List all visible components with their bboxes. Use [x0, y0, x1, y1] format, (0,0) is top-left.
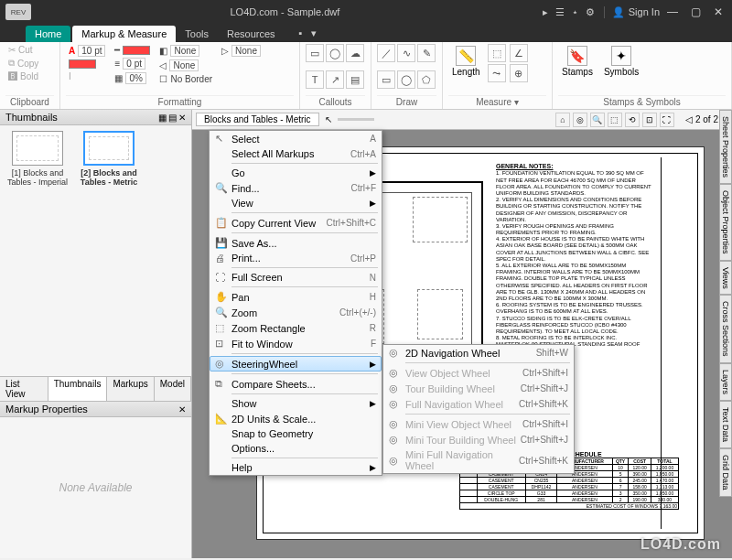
prev-page-icon[interactable]: ◁ [685, 114, 693, 124]
menu-item[interactable]: View▶ [210, 196, 382, 210]
draw-polygon-icon[interactable]: ⬠ [417, 70, 436, 89]
draw-ellipse-icon[interactable]: ◯ [397, 70, 415, 89]
panel-icon[interactable]: ▤ [168, 113, 177, 123]
menu-item-label: Snap to Geometry [231, 428, 376, 439]
tab-tools[interactable]: Tools [176, 26, 218, 42]
symbols-icon: ✦ [611, 46, 631, 66]
draw-polyline-icon[interactable]: ∿ [397, 44, 415, 62]
menu-item[interactable]: Select All MarkupsCtrl+A [210, 146, 382, 161]
close-button[interactable]: ✕ [714, 5, 723, 18]
panel-close-icon[interactable]: ✕ [178, 404, 186, 415]
menu-item[interactable]: 🖨Print...Ctrl+P [210, 251, 382, 265]
menu-item[interactable]: Snap to Geometry [210, 426, 382, 441]
italic-button[interactable]: I [66, 70, 108, 82]
menu-item[interactable]: ⧉Compare Sheets... [210, 376, 382, 392]
tab-thumbnails[interactable]: Thumbnails [48, 377, 108, 401]
callout-text-icon[interactable]: T [306, 70, 324, 89]
menu-item[interactable]: Options... [210, 441, 382, 456]
measure-angle-icon[interactable]: ∠ [510, 44, 528, 62]
minimize-button[interactable]: — [667, 5, 678, 18]
copy-button[interactable]: ⧉Copy [5, 57, 41, 70]
qa-icon[interactable]: ⚙ [586, 6, 595, 18]
maximize-button[interactable]: ▢ [691, 5, 701, 18]
bold-button[interactable]: 🅱Bold [5, 70, 41, 82]
draw-line-icon[interactable]: ／ [377, 44, 395, 62]
side-tab[interactable]: Text Data [719, 401, 732, 448]
menu-item[interactable]: Help▶ [210, 460, 382, 475]
tab-model[interactable]: Model [155, 377, 191, 401]
thumbnail-2[interactable]: [2] Blocks and Tables - Metric [77, 131, 141, 230]
extra-icon[interactable]: ▪ [299, 27, 303, 39]
tab-list-view[interactable]: List View [0, 377, 48, 401]
line-color-swatch[interactable] [123, 46, 150, 55]
nav-wheel-icon[interactable]: ◎ [573, 113, 587, 127]
slider[interactable] [338, 118, 374, 121]
side-tab[interactable]: Views [719, 261, 732, 296]
thumbnail-1[interactable]: [1] Blocks and Tables - Imperial [5, 131, 70, 230]
cut-button[interactable]: ✂Cut [5, 44, 41, 56]
qa-icon[interactable]: ▸ [543, 6, 548, 18]
cursor-icon[interactable]: ↖ [325, 114, 332, 124]
panel-close-icon[interactable]: ✕ [178, 113, 186, 123]
line-weight-dropdown[interactable]: 0 pt [123, 58, 145, 70]
stamps-button[interactable]: 🔖 Stamps [558, 44, 597, 95]
side-tab[interactable]: Cross Sections [719, 295, 732, 363]
menu-item[interactable]: 📐2D Units & Scale... [210, 411, 382, 426]
table-cell: 120.00 [629, 465, 651, 471]
table-cell: 158.00 [629, 484, 651, 490]
panel-icon[interactable]: ▦ [158, 113, 167, 123]
side-tab[interactable]: Sheet Properties [719, 110, 732, 184]
callout-oval-icon[interactable]: ◯ [326, 44, 344, 62]
qa-icon[interactable]: ☰ [555, 6, 565, 18]
home-icon[interactable]: ⌂ [555, 113, 570, 127]
length-button[interactable]: 📏 Length [448, 44, 484, 95]
menu-item[interactable]: ◎2D Navigation WheelShift+W [383, 345, 574, 361]
side-tab[interactable]: Object Properties [719, 184, 732, 261]
tab-markup-measure[interactable]: Markup & Measure [72, 26, 176, 42]
draw-freehand-icon[interactable]: ✎ [417, 44, 436, 62]
menu-item[interactable]: Go▶ [210, 166, 382, 180]
menu-item[interactable]: 🔍ZoomCtrl+(+/-) [210, 305, 382, 320]
menu-item[interactable]: ◎SteeringWheel▶ [210, 356, 382, 372]
menu-item[interactable]: ✋PanH [210, 289, 382, 305]
menu-item[interactable]: Show▶ [210, 396, 382, 411]
fit-icon[interactable]: ⊡ [642, 113, 657, 127]
extra-dropdown-icon[interactable]: ▾ [311, 27, 317, 39]
draw-rect-icon[interactable]: ▭ [377, 70, 395, 89]
qa-icon[interactable]: ⋆ [572, 6, 578, 18]
start-arrow-dropdown[interactable]: None [169, 59, 199, 71]
side-tab[interactable]: Layers [719, 363, 732, 401]
callout-rect-icon[interactable]: ▭ [306, 44, 324, 62]
menu-item[interactable]: 🔍Find...Ctrl+F [210, 180, 382, 196]
color-swatch[interactable] [69, 59, 96, 69]
document-tab[interactable]: Blocks and Tables - Metric [196, 113, 319, 126]
tab-markups[interactable]: Markups [107, 377, 154, 401]
noborder-checkbox[interactable]: ☐ [159, 74, 167, 84]
signin-button[interactable]: 👤 Sign In [604, 6, 667, 18]
zoom-icon[interactable]: 🔍 [590, 113, 605, 127]
font-size-dropdown[interactable]: 10 pt [78, 45, 105, 57]
side-tab[interactable]: Grid Data [719, 448, 732, 497]
measure-area-icon[interactable]: ⬚ [488, 44, 506, 62]
symbols-button[interactable]: ✦ Symbols [600, 44, 642, 95]
menu-item[interactable]: 💾Save As... [210, 235, 382, 251]
menu-item[interactable]: ⛶Full ScreenN [210, 270, 382, 285]
callout-cloud-icon[interactable]: ☁ [346, 44, 364, 62]
zoom-rect-icon[interactable]: ⬚ [608, 113, 622, 127]
opacity-dropdown[interactable]: 0% [125, 72, 145, 84]
tab-resources[interactable]: Resources [218, 26, 285, 42]
menu-item[interactable]: ↖SelectA [210, 131, 382, 146]
rotate-icon[interactable]: ⟲ [625, 113, 640, 127]
font-color-btn[interactable]: A [69, 46, 75, 56]
tab-home[interactable]: Home [26, 26, 70, 42]
measure-polyline-icon[interactable]: ⤳ [488, 64, 506, 82]
menu-item[interactable]: ⬚Zoom RectangleR [210, 320, 382, 336]
menu-item[interactable]: ⊡Fit to WindowF [210, 336, 382, 351]
fullscreen-icon[interactable]: ⛶ [660, 113, 674, 127]
end-arrow-dropdown[interactable]: None [231, 45, 261, 57]
fill-dropdown[interactable]: None [170, 45, 199, 57]
menu-item[interactable]: 📋Copy Current ViewCtrl+Shift+C [210, 215, 382, 231]
measure-count-icon[interactable]: ⊕ [510, 64, 528, 82]
callout-highlight-icon[interactable]: ▤ [346, 70, 364, 89]
callout-arrow-icon[interactable]: ↗ [326, 70, 344, 89]
